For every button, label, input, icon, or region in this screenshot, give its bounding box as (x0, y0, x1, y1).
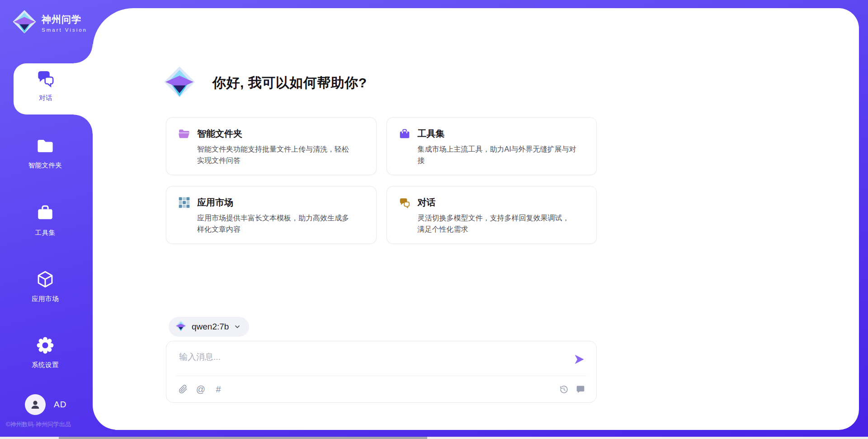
history-icon[interactable] (559, 384, 569, 394)
grid-icon (178, 197, 190, 209)
card-title: 智能文件夹 (197, 128, 242, 140)
sidebar-item-label: 系统设置 (32, 361, 59, 369)
greeting-title: 你好, 我可以如何帮助你? (212, 74, 367, 92)
mention-icon[interactable]: @ (196, 384, 206, 394)
avatar (25, 394, 46, 415)
send-button[interactable] (573, 353, 585, 366)
briefcase-icon (399, 128, 410, 140)
user-initials: AD (54, 400, 66, 410)
chat-icon (36, 69, 55, 90)
sidebar-item-toolset[interactable]: 工具集 (0, 204, 90, 237)
sidebar-item-smart-folder[interactable]: 智能文件夹 (0, 137, 90, 170)
card-chat[interactable]: 对话 灵活切换多模型文件，支持多样回复效果调试，满足个性化需求 (387, 186, 597, 244)
tab-fillet-top (74, 44, 93, 63)
sidebar-item-chat[interactable]: 对话 (3, 69, 89, 102)
hashtag-icon[interactable]: # (213, 384, 223, 394)
brand-subtitle: Smart Vision (42, 27, 87, 33)
sidebar-item-app-market[interactable]: 应用市场 (0, 270, 90, 303)
brand-title: 神州问学 (42, 13, 87, 26)
card-toolset[interactable]: 工具集 集成市场上主流工具，助力AI与外界无缝扩展与对接 (387, 117, 597, 175)
assistant-logo-icon (163, 65, 196, 100)
attachment-icon[interactable] (178, 384, 188, 394)
model-selector[interactable]: qwen2:7b (169, 317, 249, 337)
card-smart-folder[interactable]: 智能文件夹 智能文件夹功能支持批量文件上传与清洗，轻松实现文件问答 (166, 117, 377, 175)
brand: 神州问学 Smart Vision (12, 9, 87, 36)
card-title: 工具集 (418, 128, 445, 140)
sidebar-item-label: 应用市场 (32, 295, 59, 303)
card-description: 集成市场上主流工具，助力AI与外界无缝扩展与对接 (418, 144, 585, 167)
composer-divider (176, 376, 586, 376)
folder-open-icon (178, 128, 190, 140)
card-description: 智能文件夹功能支持批量文件上传与清洗，轻松实现文件问答 (197, 144, 364, 167)
model-logo-icon (175, 320, 187, 334)
brand-logo-icon (12, 9, 37, 36)
card-description: 应用市场提供丰富长文本模板，助力高效生成多样化文章内容 (197, 213, 364, 235)
folder-icon (36, 137, 55, 157)
card-description: 灵活切换多模型文件，支持多样回复效果调试，满足个性化需求 (418, 213, 585, 235)
greeting: 你好, 我可以如何帮助你? (163, 65, 367, 100)
cube-icon (36, 270, 55, 291)
card-title: 应用市场 (197, 196, 233, 209)
horizontal-scrollbar-thumb[interactable] (59, 437, 427, 439)
message-composer: @ # (166, 341, 597, 403)
briefcase-icon (36, 204, 55, 224)
card-title: 对话 (418, 196, 436, 209)
user-account[interactable]: AD (25, 394, 66, 415)
sidebar-item-label: 智能文件夹 (28, 161, 62, 170)
chevron-down-icon (234, 323, 241, 330)
tab-fillet-bottom (74, 115, 93, 134)
gear-icon (36, 336, 55, 357)
copyright-text: ©神州数码·神州问学出品 (6, 420, 71, 429)
card-app-market[interactable]: 应用市场 应用市场提供丰富长文本模板，助力高效生成多样化文章内容 (166, 186, 377, 244)
feature-cards: 智能文件夹 智能文件夹功能支持批量文件上传与清洗，轻松实现文件问答 工具集 集成… (166, 117, 597, 244)
chat-icon (399, 197, 410, 209)
sidebar-item-label: 工具集 (35, 229, 56, 237)
sidebar-item-settings[interactable]: 系统设置 (0, 336, 90, 369)
model-name: qwen2:7b (192, 322, 229, 332)
message-input[interactable] (178, 348, 569, 366)
conversations-icon[interactable] (576, 384, 585, 394)
sidebar-item-label: 对话 (39, 94, 52, 102)
